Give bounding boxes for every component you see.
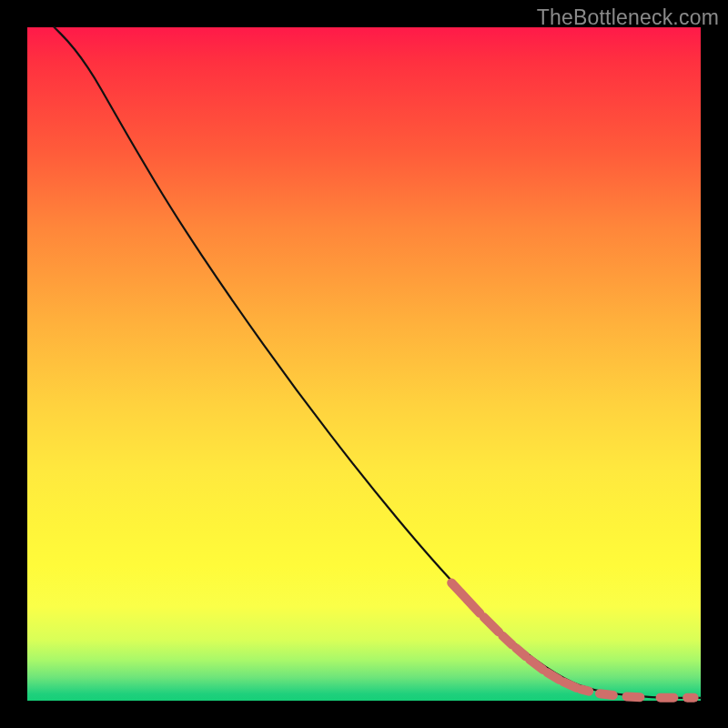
chart-svg [27,27,701,701]
dash-segment [516,648,525,656]
dash-segment [502,636,511,645]
watermark-text: TheBottleneck.com [537,5,719,30]
dash-segment [600,693,613,695]
chart-plot-area [27,27,701,701]
chart-curve [55,27,701,698]
dash-segment [530,660,543,670]
dash-segment [627,696,641,697]
chart-dashed-overlay [451,583,693,698]
dash-segment [451,583,480,613]
dash-segment [581,689,589,691]
dash-segment [563,682,577,688]
dash-segment [547,672,559,680]
dash-segment [484,617,499,632]
